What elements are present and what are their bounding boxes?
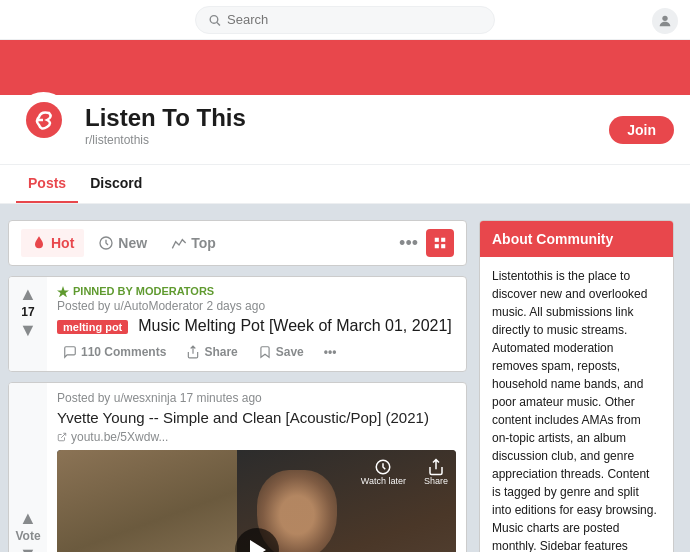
subreddit-banner <box>0 40 690 95</box>
post-vote-pinned: ▲ 17 ▼ <box>9 277 47 371</box>
subreddit-icon <box>16 92 71 147</box>
downvote-pinned[interactable]: ▼ <box>19 321 37 339</box>
share-pinned[interactable]: Share <box>180 341 243 363</box>
watch-later-button[interactable]: Watch later <box>361 458 406 486</box>
post-actions-pinned: 110 Comments Share Save ••• <box>57 341 456 363</box>
post-pinned: ▲ 17 ▼ PINNED BY MODERATORS Posted by u/… <box>8 276 467 372</box>
video-left-scene <box>57 450 237 552</box>
post-title-text[interactable]: Music Melting Pot [Week of March 01, 202… <box>138 317 452 334</box>
vote-count-pinned: 17 <box>21 305 34 319</box>
post-meta-pinned: Posted by u/AutoModerator 2 days ago <box>57 299 456 313</box>
svg-rect-6 <box>435 238 439 242</box>
svg-point-3 <box>26 102 62 138</box>
join-button[interactable]: Join <box>609 116 674 144</box>
post-url-video: youtu.be/5Xwdw... <box>57 430 456 444</box>
sort-top[interactable]: Top <box>161 229 226 257</box>
upvote-video[interactable]: ▲ <box>19 509 37 527</box>
search-icon <box>208 13 221 27</box>
video-share-label: Share <box>424 476 448 486</box>
post-body-video: Posted by u/wesxninja 17 minutes ago Yve… <box>47 383 466 552</box>
svg-line-1 <box>217 22 220 25</box>
svg-rect-8 <box>435 244 439 248</box>
tab-discord[interactable]: Discord <box>78 165 154 203</box>
sidebar: About Community Listentothis is the plac… <box>479 220 674 552</box>
more-pinned[interactable]: ••• <box>318 341 343 363</box>
svg-rect-7 <box>441 238 445 242</box>
svg-point-2 <box>662 16 667 21</box>
nav-tabs: Posts Discord <box>0 165 690 204</box>
about-community-card: About Community Listentothis is the plac… <box>479 220 674 552</box>
sort-view-button[interactable] <box>426 229 454 257</box>
post-flair[interactable]: melting pot <box>57 320 128 334</box>
post-video: ▲ Vote ▼ Posted by u/wesxninja 17 minute… <box>8 382 467 552</box>
post-meta-video: Posted by u/wesxninja 17 minutes ago <box>57 391 456 405</box>
feed: Hot New Top ••• ▲ 17 ▼ <box>8 220 467 552</box>
community-description: Listentothis is the place to discover ne… <box>492 267 661 552</box>
user-avatar-button[interactable] <box>652 8 678 34</box>
svg-line-10 <box>61 433 66 438</box>
post-title-video[interactable]: Yvette Young -- Simple and Clean [Acoust… <box>57 409 456 426</box>
community-body: Listentothis is the place to discover ne… <box>480 257 673 552</box>
community-header: About Community <box>480 221 673 257</box>
video-share-button[interactable]: Share <box>424 458 448 486</box>
post-vote-video: ▲ Vote ▼ <box>9 383 47 552</box>
sort-hot[interactable]: Hot <box>21 229 84 257</box>
video-thumbnail[interactable]: Watch later Share <box>57 450 456 552</box>
sort-more[interactable]: ••• <box>399 233 418 254</box>
search-bar <box>195 6 495 34</box>
post-title-pinned: melting pot Music Melting Pot [Week of M… <box>57 317 456 335</box>
subreddit-header: Listen To This r/listentothis Join <box>0 95 690 165</box>
downvote-video[interactable]: ▼ <box>19 545 37 553</box>
main-content: Hot New Top ••• ▲ 17 ▼ <box>0 204 690 552</box>
top-bar <box>0 0 690 40</box>
search-input[interactable] <box>227 12 482 27</box>
post-body-pinned: PINNED BY MODERATORS Posted by u/AutoMod… <box>47 277 466 371</box>
comments-pinned[interactable]: 110 Comments <box>57 341 172 363</box>
watch-later-label: Watch later <box>361 476 406 486</box>
pinned-label: PINNED BY MODERATORS <box>57 285 456 297</box>
save-pinned[interactable]: Save <box>252 341 310 363</box>
sort-new[interactable]: New <box>88 229 157 257</box>
subreddit-info: Listen To This r/listentothis <box>85 104 593 155</box>
subreddit-title: Listen To This <box>85 104 593 133</box>
tab-posts[interactable]: Posts <box>16 165 78 203</box>
subreddit-name: r/listentothis <box>85 133 593 147</box>
vote-label-video: Vote <box>15 529 40 543</box>
sort-bar: Hot New Top ••• <box>8 220 467 266</box>
svg-rect-9 <box>441 244 445 248</box>
upvote-pinned[interactable]: ▲ <box>19 285 37 303</box>
svg-point-0 <box>210 15 218 23</box>
subreddit-logo <box>25 101 63 139</box>
